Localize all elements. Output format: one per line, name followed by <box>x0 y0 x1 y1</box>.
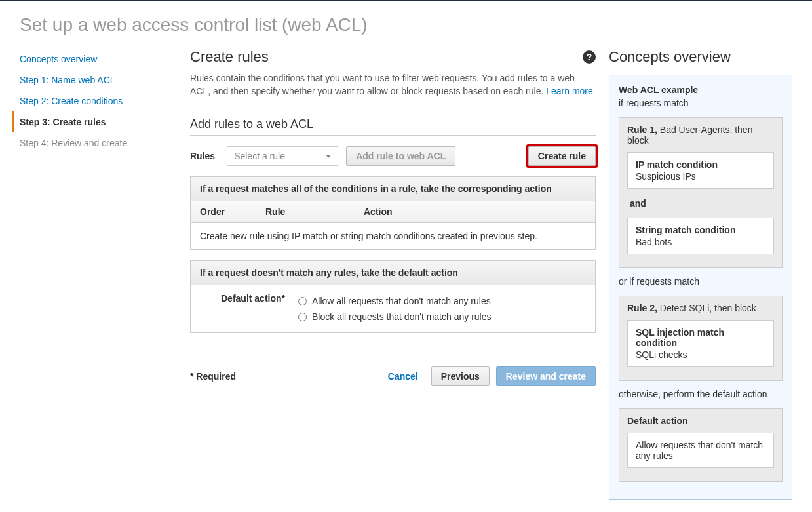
cancel-link[interactable]: Cancel <box>388 371 418 382</box>
cond3-title: SQL injection match condition <box>636 327 765 348</box>
and-text: and <box>627 195 774 211</box>
default-block-option[interactable]: Block all requests that don't match any … <box>298 309 586 325</box>
rule2-head-rest: Detect SQLi, then block <box>657 303 756 313</box>
help-icon[interactable]: ? <box>583 50 596 64</box>
cond-sqli-match: SQL injection match condition SQLi check… <box>627 320 774 367</box>
page-title: Set up a web access control list (web AC… <box>0 1 812 49</box>
default-allow-label: Allow all requests that don't match any … <box>312 296 491 306</box>
review-create-button[interactable]: Review and create <box>496 366 596 386</box>
match-panel-body: Create new rule using IP match or string… <box>191 223 595 249</box>
otherwise-text: otherwise, perform the default action <box>619 389 783 399</box>
default-block-radio[interactable] <box>298 313 307 321</box>
rule2-head-bold: Rule 2, <box>627 303 657 313</box>
rule1-head: Rule 1, Bad User-Agents, then block <box>627 125 774 146</box>
match-panel-columns: Order Rule Action <box>191 201 595 223</box>
col-order: Order <box>200 207 265 217</box>
default-block-label: Block all requests that don't match any … <box>312 311 491 322</box>
default-allow-radio[interactable] <box>298 297 307 305</box>
section-title: Add rules to a web ACL <box>190 104 596 136</box>
sidebar-item-step2[interactable]: Step 2: Create conditions <box>20 90 164 111</box>
default-body: Allow requests that don't match any rule… <box>636 440 763 461</box>
cond-ip-match: IP match condition Suspicious IPs <box>627 152 774 189</box>
rule-select[interactable]: Select a rule <box>227 146 338 166</box>
sidebar-item-concepts[interactable]: Concepts overview <box>20 49 164 69</box>
cond-string-match: String match condition Bad bots <box>627 218 774 254</box>
main-content: Create rules ? Rules contain the conditi… <box>190 49 609 500</box>
example-title: Web ACL example <box>619 85 783 95</box>
main-title: Create rules <box>190 49 269 66</box>
rules-label: Rules <box>190 151 215 161</box>
rule1-block: Rule 1, Bad User-Agents, then block IP m… <box>619 117 783 268</box>
default-body-block: Allow requests that don't match any rule… <box>627 433 774 468</box>
default-action-label: Default action* <box>200 293 298 325</box>
sidebar-item-step1[interactable]: Step 1: Name web ACL <box>20 69 164 90</box>
create-rule-button[interactable]: Create rule <box>528 146 596 166</box>
sidebar-item-step3[interactable]: Step 3: Create rules <box>12 111 164 132</box>
rule2-head: Rule 2, Detect SQLi, then block <box>627 303 774 313</box>
col-action: Action <box>364 207 393 217</box>
default-head: Default action <box>627 416 774 426</box>
learn-more-link[interactable]: Learn more <box>546 86 593 96</box>
match-panel-header: If a request matches all of the conditio… <box>191 177 595 201</box>
sidebar: Concepts overview Step 1: Name web ACL S… <box>20 49 190 500</box>
if-match-text: if requests match <box>619 98 783 108</box>
cond2-title: String match condition <box>636 225 765 235</box>
default-title: Default action <box>627 416 688 426</box>
concepts-box: Web ACL example if requests match Rule 1… <box>609 75 792 500</box>
concepts-title: Concepts overview <box>609 49 792 66</box>
main-description: Rules contain the conditions that you wa… <box>190 66 596 104</box>
cond1-body: Suspicious IPs <box>636 171 696 182</box>
default-allow-option[interactable]: Allow all requests that don't match any … <box>298 293 586 309</box>
default-panel: If a request doesn't match any rules, ta… <box>190 260 596 333</box>
main-description-text: Rules contain the conditions that you wa… <box>190 73 575 96</box>
rule2-block: Rule 2, Detect SQLi, then block SQL inje… <box>619 296 783 381</box>
cond1-title: IP match condition <box>636 159 765 170</box>
cond3-body: SQLi checks <box>636 349 687 360</box>
sidebar-item-step4: Step 4: Review and create <box>20 132 164 153</box>
default-block: Default action Allow requests that don't… <box>619 408 783 482</box>
concepts-panel: Concepts overview Web ACL example if req… <box>609 49 792 500</box>
previous-button[interactable]: Previous <box>431 366 490 386</box>
required-note: * Required <box>190 371 236 382</box>
col-rule: Rule <box>265 207 364 217</box>
cond2-body: Bad bots <box>636 237 672 247</box>
add-rule-button[interactable]: Add rule to web ACL <box>346 146 455 166</box>
match-panel: If a request matches all of the conditio… <box>190 176 596 250</box>
rule1-head-bold: Rule 1, <box>627 125 657 135</box>
default-panel-header: If a request doesn't match any rules, ta… <box>191 261 595 285</box>
or-if-match-text: or if requests match <box>619 276 783 286</box>
